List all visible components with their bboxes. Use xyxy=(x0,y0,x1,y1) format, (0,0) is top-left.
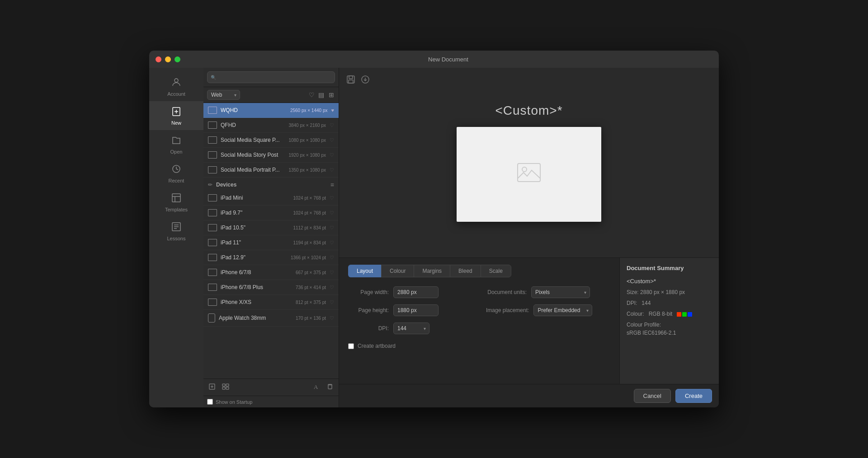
svg-rect-26 xyxy=(518,164,540,182)
favorite-icon[interactable]: ♡ xyxy=(330,137,334,143)
sidebar-item-new[interactable]: New xyxy=(149,101,203,130)
item-size: 1350 px × 1080 px xyxy=(288,168,326,173)
add-document-button[interactable] xyxy=(207,382,217,393)
svg-rect-22 xyxy=(349,76,353,79)
svg-rect-23 xyxy=(349,80,353,83)
dpi-select-wrap: 144 72 96 150 300 xyxy=(393,322,429,334)
favorite-icon[interactable]: ♡ xyxy=(330,315,334,321)
favorite-icon[interactable]: ♡ xyxy=(330,225,334,231)
settings-left: Layout Colour Margins Bleed Scale Page w… xyxy=(339,258,619,384)
favorite-icon[interactable]: ♡ xyxy=(330,255,334,261)
show-startup-label[interactable]: Show on Startup xyxy=(216,399,252,405)
single-column-view-button[interactable]: ▤ xyxy=(317,90,325,99)
summary-colour-label: Colour: xyxy=(627,311,644,317)
list-item[interactable]: Social Media Portrait P... 1350 px × 108… xyxy=(203,163,339,178)
page-width-label: Page width: xyxy=(348,289,389,295)
item-size: 1366 pt × 1024 pt xyxy=(291,255,326,260)
section-menu-icon[interactable]: ≡ xyxy=(330,181,334,188)
import-button[interactable] xyxy=(360,75,370,87)
list-item[interactable]: Social Media Story Post 1920 px × 1080 p… xyxy=(203,148,339,163)
list-item[interactable]: iPad 10.5" 1112 pt × 834 pt ♡ xyxy=(203,220,339,235)
list-item[interactable]: Apple Watch 38mm 170 pt × 136 pt ♡ xyxy=(203,310,339,327)
tab-colour[interactable]: Colour xyxy=(381,265,414,277)
favorite-icon[interactable]: ♡ xyxy=(330,167,334,173)
favorite-icon[interactable]: ♡ xyxy=(330,270,334,276)
page-height-input[interactable] xyxy=(393,304,439,316)
list-item[interactable]: WQHD 2560 px × 1440 px ♥ xyxy=(203,103,339,118)
favorite-icon[interactable]: ♡ xyxy=(330,152,334,158)
create-button[interactable]: Create xyxy=(675,389,712,403)
category-select[interactable]: Web Print Devices All xyxy=(207,90,240,100)
delete-button[interactable] xyxy=(325,382,335,393)
favorite-icon[interactable]: ♡ xyxy=(330,299,334,305)
page-width-input[interactable] xyxy=(393,286,439,298)
sidebar-item-recent[interactable]: Recent xyxy=(149,159,203,188)
sidebar-item-account[interactable]: Account xyxy=(149,72,203,101)
cancel-button[interactable]: Cancel xyxy=(634,389,671,403)
favorite-icon[interactable]: ♡ xyxy=(330,285,334,290)
document-units-label: Document units: xyxy=(486,289,527,295)
item-size: 1112 pt × 834 pt xyxy=(293,225,326,230)
show-startup-row: Show on Startup xyxy=(203,396,339,407)
list-item[interactable]: iPhone X/XS 812 pt × 375 pt ♡ xyxy=(203,295,339,310)
list-item[interactable]: iPad 9.7" 1024 pt × 768 pt ♡ xyxy=(203,206,339,220)
close-button[interactable] xyxy=(156,56,161,62)
item-name: Social Media Portrait P... xyxy=(221,167,285,173)
minimize-button[interactable] xyxy=(165,56,171,62)
red-swatch xyxy=(677,312,681,317)
grid-view-button[interactable]: ⊞ xyxy=(328,90,335,99)
image-placement-select[interactable]: Prefer Embedded Prefer Linked xyxy=(533,304,592,316)
list-item[interactable]: Social Media Square P... 1080 px × 1080 … xyxy=(203,133,339,148)
tab-layout[interactable]: Layout xyxy=(348,265,381,277)
preview-icons xyxy=(346,75,370,87)
arrange-button[interactable] xyxy=(221,382,231,393)
lessons-icon xyxy=(171,221,182,234)
search-input[interactable] xyxy=(207,71,335,83)
favorite-icon[interactable]: ♡ xyxy=(330,195,334,201)
list-item[interactable]: iPad 11" 1194 pt × 834 pt ♡ xyxy=(203,235,339,250)
fullscreen-button[interactable] xyxy=(175,56,180,62)
favorite-icon[interactable]: ♡ xyxy=(330,240,334,246)
list-item[interactable]: iPad Mini 1024 pt × 768 pt ♡ xyxy=(203,191,339,206)
item-icon xyxy=(208,209,217,216)
page-height-row: Page height: xyxy=(348,304,472,316)
list-item[interactable]: iPhone 6/7/8 Plus 736 pt × 414 pt ♡ xyxy=(203,280,339,295)
item-icon xyxy=(208,284,217,291)
summary-size: Size: 2880 px × 1880 px xyxy=(627,288,712,296)
right-panel: <Custom>* Layout xyxy=(339,68,719,407)
show-startup-checkbox[interactable] xyxy=(207,399,213,405)
list-item[interactable]: iPhone 6/7/8 667 pt × 375 pt ♡ xyxy=(203,265,339,280)
svg-rect-18 xyxy=(226,387,229,389)
svg-rect-20 xyxy=(328,385,332,389)
image-placeholder-icon xyxy=(515,161,542,188)
account-icon xyxy=(171,77,182,89)
tab-scale[interactable]: Scale xyxy=(481,265,511,277)
favorite-icon[interactable]: ♡ xyxy=(330,210,334,216)
favorite-icon[interactable]: ♡ xyxy=(330,122,334,128)
dpi-select[interactable]: 144 72 96 150 300 xyxy=(393,322,429,334)
item-name: iPad Mini xyxy=(221,195,289,201)
font-button[interactable]: A xyxy=(311,382,321,393)
list-bottom-toolbar: A xyxy=(203,379,339,396)
sidebar-item-lessons[interactable]: Lessons xyxy=(149,217,203,246)
item-size: 1920 px × 1080 px xyxy=(288,153,326,158)
item-size: 2560 px × 1440 px xyxy=(290,108,328,113)
sidebar-item-templates[interactable]: Templates xyxy=(149,188,203,217)
filter-bar: Web Print Devices All ♡ ▤ ⊞ xyxy=(203,87,339,103)
create-artboard-checkbox[interactable] xyxy=(348,343,354,349)
favorites-icon[interactable]: ♡ xyxy=(309,91,315,98)
tab-bleed[interactable]: Bleed xyxy=(450,265,481,277)
list-item[interactable]: iPad 12.9" 1366 pt × 1024 pt ♡ xyxy=(203,250,339,265)
save-template-button[interactable] xyxy=(346,75,356,87)
item-size: 812 pt × 375 pt xyxy=(296,300,326,305)
summary-dpi-label: DPI: xyxy=(627,300,637,306)
sidebar-item-open[interactable]: Open xyxy=(149,130,203,159)
list-item[interactable]: QFHD 3840 px × 2160 px ♡ xyxy=(203,118,339,133)
favorite-icon[interactable]: ♥ xyxy=(331,107,334,113)
svg-rect-16 xyxy=(226,384,229,386)
artboard-label[interactable]: Create artboard xyxy=(358,343,396,349)
document-list: WQHD 2560 px × 1440 px ♥ QFHD 3840 px × … xyxy=(203,103,339,379)
document-units-select[interactable]: Pixels Points Millimetres Inches xyxy=(531,286,590,298)
settings-tabs: Layout Colour Margins Bleed Scale xyxy=(348,265,610,277)
tab-margins[interactable]: Margins xyxy=(414,265,450,277)
